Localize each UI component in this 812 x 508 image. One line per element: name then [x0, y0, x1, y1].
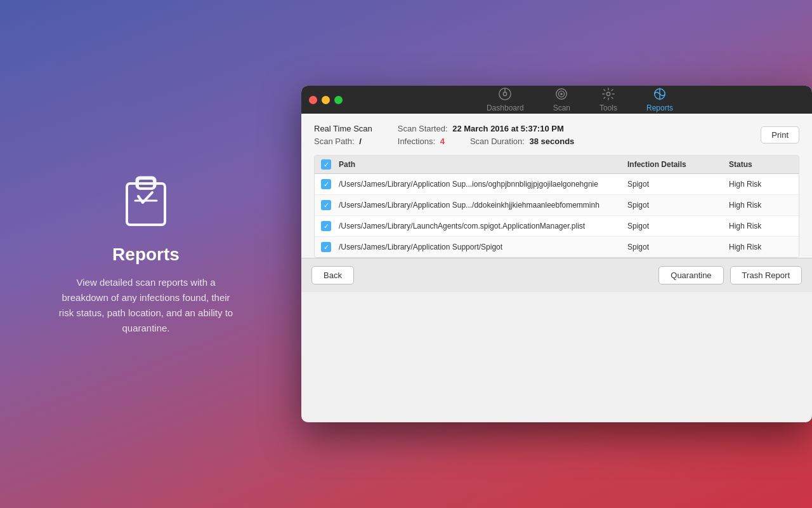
nav-item-reports[interactable]: Reports	[641, 86, 678, 115]
scan-started-row: Scan Started: 22 March 2016 at 5:37:10 P…	[398, 124, 761, 133]
table-row: ✓ /Users/James/Library/Application Suppo…	[315, 237, 799, 257]
row-path-3: /Users/James/Library/LaunchAgents/com.sp…	[339, 222, 627, 231]
app-window: Dashboard Scan Tools	[301, 86, 812, 422]
row-checkbox-2[interactable]: ✓	[321, 200, 331, 210]
scan-type: Real Time Scan	[314, 124, 372, 133]
duration-label: Scan Duration:	[470, 137, 525, 146]
row-status-3: High Risk	[729, 222, 792, 231]
scan-path-value: /	[359, 137, 362, 146]
scan-icon	[554, 87, 568, 101]
close-button[interactable]	[309, 96, 317, 104]
row-checkbox-3[interactable]: ✓	[321, 221, 331, 231]
col-infection-header: Infection Details	[627, 160, 729, 169]
nav-label-scan: Scan	[553, 104, 570, 112]
row-status-2: High Risk	[729, 201, 792, 210]
row-status-4: High Risk	[729, 243, 792, 251]
maximize-button[interactable]	[334, 96, 343, 104]
scan-path: Scan Path: /	[314, 137, 372, 146]
nav-label-reports: Reports	[646, 104, 673, 112]
reports-icon	[117, 172, 174, 229]
row-infection-1: Spigot	[627, 180, 729, 189]
scan-stats-row: Infections: 4 Scan Duration: 38 seconds	[398, 137, 761, 146]
print-button[interactable]: Print	[761, 126, 799, 144]
back-button[interactable]: Back	[311, 266, 354, 284]
table-row: ✓ /Users/James/Library/LaunchAgents/com.…	[315, 216, 799, 237]
nav-item-dashboard[interactable]: Dashboard	[481, 86, 529, 115]
duration-value: 38 seconds	[530, 137, 575, 146]
infections-value: 4	[440, 137, 445, 146]
minimize-button[interactable]	[322, 96, 330, 104]
infections-table: ✓ Path Infection Details Status ✓ /Users…	[314, 155, 799, 258]
row-infection-3: Spigot	[627, 222, 729, 231]
left-panel: Reports View detailed scan reports with …	[0, 0, 292, 508]
header-checkbox[interactable]: ✓	[321, 159, 331, 170]
infections-row: Infections: 4	[398, 137, 445, 146]
trash-report-button[interactable]: Trash Report	[730, 266, 802, 284]
content-area: Real Time Scan Scan Path: / Scan Started…	[301, 114, 812, 258]
scan-started-value: 22 March 2016 at 5:37:10 PM	[452, 124, 564, 133]
row-path-2: /Users/James/Library/Application Sup.../…	[339, 201, 627, 210]
dashboard-icon	[498, 87, 512, 101]
left-panel-description: View detailed scan reports with a breakd…	[57, 275, 235, 336]
left-panel-title: Reports	[112, 244, 180, 265]
scan-info-center: Scan Started: 22 March 2016 at 5:37:10 P…	[372, 124, 761, 146]
table-row: ✓ /Users/James/Library/Application Sup..…	[315, 195, 799, 216]
footer-bar: Back Quarantine Trash Report	[301, 258, 812, 292]
footer-right: Quarantine Trash Report	[658, 266, 802, 284]
nav-label-tools: Tools	[599, 104, 617, 112]
duration-row: Scan Duration: 38 seconds	[470, 137, 574, 146]
scan-info-header: Real Time Scan Scan Path: / Scan Started…	[314, 124, 799, 146]
nav-label-dashboard: Dashboard	[487, 104, 524, 112]
svg-point-5	[504, 92, 508, 96]
scan-started-label: Scan Started:	[398, 124, 448, 133]
col-path-header: Path	[339, 160, 627, 169]
row-path-4: /Users/James/Library/Application Support…	[339, 243, 627, 251]
tools-icon	[601, 87, 615, 101]
row-checkbox-4[interactable]: ✓	[321, 242, 331, 252]
nav-item-tools[interactable]: Tools	[594, 86, 622, 115]
table-row: ✓ /Users/James/Library/Application Sup..…	[315, 174, 799, 195]
reports-nav-icon	[653, 87, 667, 101]
svg-point-9	[560, 93, 563, 95]
footer-left: Back	[311, 266, 354, 284]
row-infection-2: Spigot	[627, 201, 729, 210]
svg-point-10	[606, 92, 610, 96]
row-path-1: /Users/James/Library/Application Sup...i…	[339, 180, 627, 189]
row-status-1: High Risk	[729, 180, 792, 189]
title-bar: Dashboard Scan Tools	[301, 86, 812, 114]
quarantine-button[interactable]: Quarantine	[658, 266, 723, 284]
infections-label: Infections:	[398, 137, 435, 146]
row-infection-4: Spigot	[627, 243, 729, 251]
row-checkbox-1[interactable]: ✓	[321, 179, 331, 189]
scan-info-left: Real Time Scan Scan Path: /	[314, 124, 372, 146]
table-header: ✓ Path Infection Details Status	[315, 156, 799, 174]
scan-path-label: Scan Path:	[314, 137, 355, 146]
traffic-lights	[309, 96, 343, 104]
nav-bar: Dashboard Scan Tools	[355, 86, 804, 115]
col-status-header: Status	[729, 160, 792, 169]
nav-item-scan[interactable]: Scan	[548, 86, 575, 115]
